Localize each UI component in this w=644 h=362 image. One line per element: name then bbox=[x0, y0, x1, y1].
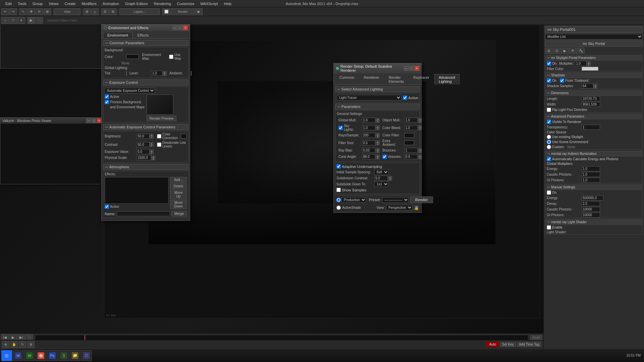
tb-snap[interactable]: ⊞ bbox=[83, 8, 91, 15]
tb-layers[interactable]: Layers... bbox=[119, 8, 160, 15]
tb-redo[interactable]: ↪ bbox=[9, 8, 17, 15]
menu-graph-editors[interactable]: Graph Editors bbox=[122, 1, 151, 6]
brightness-up[interactable]: ▲ bbox=[150, 134, 154, 136]
global-mult-val[interactable]: ▲ ▼ bbox=[362, 118, 380, 123]
menu-maxscript[interactable]: MAXScript bbox=[198, 1, 221, 6]
tb2-obj-paint[interactable]: ✦ bbox=[17, 17, 25, 24]
color-filter-swatch[interactable] bbox=[404, 133, 414, 138]
mult-up[interactable]: ▲ bbox=[587, 61, 591, 64]
on-check[interactable]: On bbox=[547, 61, 556, 66]
menu-tools[interactable]: Tools bbox=[15, 1, 29, 6]
contrast-spinner[interactable]: ▲ ▼ bbox=[136, 142, 154, 147]
color-bleed-val[interactable]: ▲ ▼ bbox=[404, 125, 422, 130]
ray-bias-val[interactable]: ▲ ▼ bbox=[362, 148, 380, 153]
panel-icon-display[interactable]: 👁 bbox=[569, 48, 577, 54]
contrast-down[interactable]: ▼ bbox=[150, 144, 154, 147]
use-existing-radio[interactable]: Use existing Skylight bbox=[547, 135, 583, 139]
view-lock-btn[interactable]: 🔒 bbox=[414, 205, 419, 210]
sc-down[interactable]: ▼ bbox=[388, 178, 392, 181]
physical-scale-up[interactable]: ▲ bbox=[151, 156, 155, 158]
fs-down[interactable]: ▼ bbox=[376, 143, 380, 145]
light-tracer-dropdown[interactable]: Light Tracer bbox=[337, 95, 401, 101]
modifier-list-dropdown[interactable]: Modifier List bbox=[545, 34, 643, 40]
manual-energy-input[interactable] bbox=[582, 195, 603, 200]
rays-sample-val[interactable]: ▲ ▼ bbox=[362, 133, 380, 138]
tab-render-elements[interactable]: Render Elements bbox=[384, 74, 408, 84]
set-key-btn[interactable]: Set Key bbox=[500, 342, 516, 347]
vo-up[interactable]: ▲ bbox=[418, 155, 422, 157]
env-close[interactable]: ✕ bbox=[183, 25, 188, 30]
tab-environment[interactable]: Environment bbox=[103, 32, 132, 38]
tb-snap2[interactable]: △ bbox=[91, 8, 99, 15]
om-up[interactable]: ▲ bbox=[418, 118, 422, 120]
tb2-paint[interactable]: ⬡ bbox=[9, 17, 17, 24]
menu-create[interactable]: Create bbox=[62, 1, 78, 6]
tb-render-quick[interactable]: ▶ bbox=[195, 8, 203, 15]
energy-input[interactable] bbox=[582, 166, 600, 171]
ca-down[interactable]: ▼ bbox=[376, 157, 380, 159]
manual-gi-input[interactable] bbox=[582, 213, 600, 218]
sl-up[interactable]: ▲ bbox=[376, 125, 380, 128]
env-titlebar[interactable]: ⬡ Environment and Effects ─ □ ✕ bbox=[102, 24, 190, 31]
transparency-input[interactable] bbox=[582, 125, 600, 130]
taskbar-app-extra[interactable]: ⬡ bbox=[81, 350, 92, 361]
om-down[interactable]: ▼ bbox=[418, 120, 422, 123]
length-input[interactable] bbox=[582, 96, 600, 101]
fs-up[interactable]: ▲ bbox=[376, 140, 380, 143]
exposure-val-spinner[interactable]: ▲ ▼ bbox=[136, 149, 154, 154]
production-dropdown[interactable]: Production bbox=[341, 197, 366, 203]
menu-modifiers[interactable]: Modifiers bbox=[79, 1, 99, 6]
tb-align[interactable]: ⊞ bbox=[109, 8, 117, 15]
photo-minimize-2[interactable]: ─ bbox=[86, 118, 91, 123]
photo-close-2[interactable]: ✕ bbox=[97, 118, 102, 123]
tb-move[interactable]: ✥ bbox=[28, 8, 35, 15]
menu-views[interactable]: Views bbox=[46, 1, 61, 6]
color-correction-check[interactable]: Color Correction bbox=[157, 132, 178, 140]
tb-mirror[interactable]: ⊟ bbox=[101, 8, 109, 15]
taskbar-app-ps[interactable]: Ps bbox=[47, 350, 58, 361]
menu-group[interactable]: Group bbox=[30, 1, 46, 6]
tb-render-scene[interactable]: ⬜ bbox=[162, 8, 170, 15]
move-down-btn[interactable]: Move Down bbox=[170, 200, 187, 209]
flip-check[interactable]: Flip Light Flux Direction bbox=[547, 108, 587, 112]
volumes-val[interactable]: ▲ ▼ bbox=[404, 154, 422, 159]
filter-size-val[interactable]: ▲ ▼ bbox=[362, 140, 380, 145]
physical-scale-spinner[interactable]: ▲ ▼ bbox=[136, 155, 155, 160]
menu-animation[interactable]: Animation bbox=[100, 1, 122, 6]
bo-up[interactable]: ▲ bbox=[418, 148, 422, 150]
level-down[interactable]: ▼ bbox=[163, 73, 167, 76]
ambient-swatch[interactable] bbox=[191, 71, 192, 76]
tb2-select-obj[interactable]: ☆ bbox=[1, 17, 9, 24]
exposure-val-up[interactable]: ▲ bbox=[150, 149, 154, 152]
ss-up[interactable]: ▲ bbox=[593, 84, 597, 86]
cone-angle-val[interactable]: ▲ ▼ bbox=[362, 154, 380, 159]
initial-sample-dropdown[interactable]: 8x8 bbox=[374, 169, 389, 175]
timeline-track[interactable] bbox=[35, 335, 528, 340]
panel-icon-hierarchy[interactable]: ⊟ bbox=[553, 48, 560, 54]
tb-ref-coord[interactable]: View bbox=[54, 8, 80, 15]
gm-down[interactable]: ▼ bbox=[376, 120, 380, 123]
taskbar-app-1[interactable]: W bbox=[13, 350, 23, 361]
render-maximize[interactable]: □ bbox=[409, 66, 414, 71]
tb-rotate[interactable]: ↻ bbox=[36, 8, 43, 15]
desaturate-check[interactable]: Desaturate Low Levels bbox=[157, 141, 187, 148]
tb2-stop[interactable]: ⬛ bbox=[36, 17, 43, 24]
env-minimize[interactable]: ─ bbox=[172, 25, 177, 30]
contrast-up[interactable]: ▲ bbox=[150, 142, 154, 144]
panel-icon-utilities[interactable]: 🔧 bbox=[577, 48, 585, 54]
taskbar-app-3dsmax[interactable]: 3 bbox=[58, 350, 69, 361]
active-checkbox[interactable]: Active bbox=[105, 95, 119, 99]
ss-down[interactable]: ▼ bbox=[593, 86, 597, 88]
menu-help[interactable]: Help bbox=[221, 1, 234, 6]
rs-down[interactable]: ▼ bbox=[376, 135, 380, 138]
start-button[interactable]: ⊞ bbox=[1, 350, 12, 361]
merge-btn[interactable]: Merge bbox=[171, 211, 187, 217]
render-button[interactable]: Render bbox=[410, 196, 433, 203]
level-up[interactable]: ▲ bbox=[163, 71, 167, 73]
subdivide-down-val[interactable]: 1x1 bbox=[374, 181, 389, 187]
cb-up[interactable]: ▲ bbox=[418, 125, 422, 128]
exposure-type-dropdown[interactable]: Automatic Exposure Control bbox=[105, 88, 155, 94]
tb-select[interactable]: ↖ bbox=[19, 8, 27, 15]
gi-photons-input[interactable] bbox=[582, 178, 600, 183]
bt-orbit[interactable]: ↻ bbox=[19, 341, 26, 348]
